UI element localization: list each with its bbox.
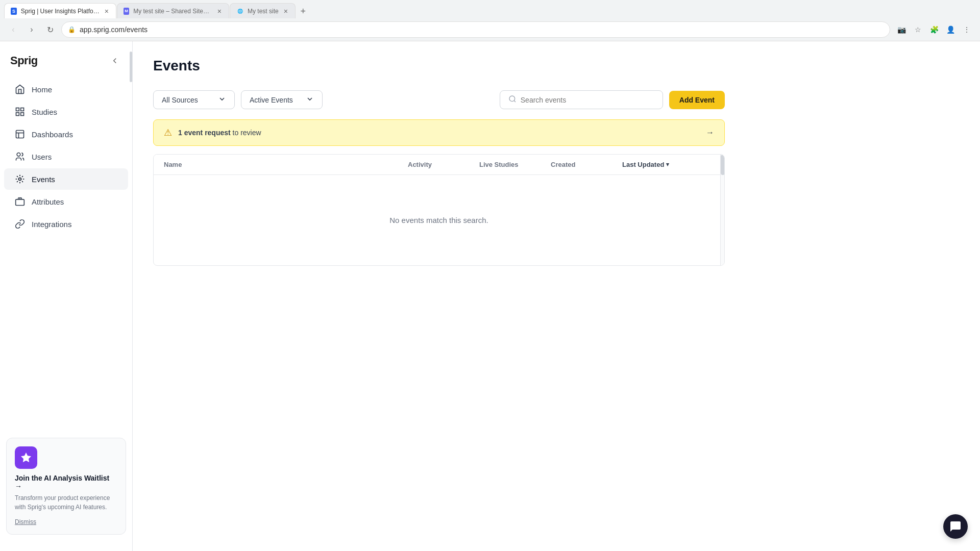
column-activity-label: Activity bbox=[408, 161, 432, 168]
ai-card-title[interactable]: Join the AI Analysis Waitlist → bbox=[15, 474, 117, 490]
address-text: app.sprig.com/events bbox=[80, 26, 148, 34]
tab3-close[interactable]: × bbox=[283, 6, 289, 16]
menu-icon[interactable]: ⋮ bbox=[960, 22, 974, 37]
alert-suffix: to review bbox=[233, 129, 261, 137]
search-box[interactable] bbox=[500, 90, 663, 109]
search-icon bbox=[508, 95, 517, 105]
status-filter-label: Active Events bbox=[250, 96, 293, 104]
events-label: Events bbox=[32, 175, 55, 184]
sidebar-collapse-button[interactable] bbox=[108, 54, 122, 68]
toolbar-actions: 📷 ☆ 🧩 👤 ⋮ bbox=[894, 22, 974, 37]
column-name: Name bbox=[164, 161, 408, 168]
dismiss-button[interactable]: Dismiss bbox=[15, 518, 36, 525]
integrations-icon bbox=[14, 218, 26, 230]
svg-rect-1 bbox=[21, 108, 24, 111]
tab2-favicon: M bbox=[124, 8, 129, 15]
back-button[interactable]: ‹ bbox=[6, 22, 20, 37]
extensions-icon[interactable]: 🧩 bbox=[927, 22, 941, 37]
tab1-close[interactable]: × bbox=[104, 6, 110, 16]
tab2-close[interactable]: × bbox=[216, 6, 223, 16]
svg-line-11 bbox=[514, 101, 516, 102]
source-filter-chevron bbox=[218, 95, 226, 105]
logo: Sprig bbox=[10, 54, 38, 67]
column-created: Created bbox=[551, 161, 622, 168]
page-title: Events bbox=[153, 58, 725, 74]
browser-tab-3[interactable]: 🌐 My test site × bbox=[230, 3, 296, 18]
filters-row: All Sources Active Events bbox=[153, 90, 725, 109]
alert-arrow-icon[interactable]: → bbox=[706, 128, 714, 137]
svg-point-8 bbox=[19, 178, 21, 181]
new-tab-button[interactable]: + bbox=[296, 4, 310, 18]
svg-point-10 bbox=[509, 96, 515, 102]
main-content: Events All Sources Active Events bbox=[133, 41, 980, 551]
status-filter-dropdown[interactable]: Active Events bbox=[241, 90, 323, 109]
column-last-updated-label: Last Updated bbox=[622, 161, 664, 168]
sidebar-item-users[interactable]: Users bbox=[4, 146, 128, 167]
bookmark-icon[interactable]: ☆ bbox=[911, 22, 925, 37]
tab1-favicon: S bbox=[11, 8, 17, 15]
dashboards-label: Dashboards bbox=[32, 130, 73, 139]
ai-card-icon bbox=[15, 446, 37, 469]
tab3-title: My test site bbox=[248, 8, 279, 15]
events-table: Name Activity Live Studies Created Last … bbox=[153, 154, 725, 266]
sidebar: Sprig Home bbox=[0, 41, 133, 551]
sidebar-item-attributes[interactable]: Attributes bbox=[4, 191, 128, 212]
search-input[interactable] bbox=[521, 96, 654, 104]
sidebar-item-dashboards[interactable]: Dashboards bbox=[4, 123, 128, 145]
forward-button[interactable]: › bbox=[24, 22, 39, 37]
integrations-label: Integrations bbox=[32, 220, 71, 229]
source-filter-dropdown[interactable]: All Sources bbox=[153, 90, 235, 109]
sidebar-logo-area: Sprig bbox=[0, 49, 132, 78]
column-activity: Activity bbox=[408, 161, 479, 168]
status-filter-chevron bbox=[306, 95, 314, 105]
table-empty-state: No events match this search. bbox=[154, 175, 724, 265]
alert-text: 1 event request to review bbox=[178, 129, 700, 137]
table-header: Name Activity Live Studies Created Last … bbox=[154, 155, 724, 175]
reload-button[interactable]: ↻ bbox=[43, 22, 57, 37]
column-live-studies-label: Live Studies bbox=[479, 161, 519, 168]
ai-card-description: Transform your product experience with S… bbox=[15, 493, 117, 512]
browser-chrome: S Sprig | User Insights Platform for... … bbox=[0, 0, 980, 41]
svg-rect-9 bbox=[16, 199, 24, 206]
sidebar-item-studies[interactable]: Studies bbox=[4, 101, 128, 122]
sidebar-item-integrations[interactable]: Integrations bbox=[4, 213, 128, 235]
lock-icon: 🔒 bbox=[68, 26, 76, 33]
home-label: Home bbox=[32, 85, 52, 94]
tab3-favicon: 🌐 bbox=[236, 8, 243, 15]
events-icon bbox=[14, 173, 26, 185]
profile-icon[interactable]: 👤 bbox=[943, 22, 958, 37]
svg-rect-2 bbox=[21, 113, 24, 116]
table-scrollbar[interactable] bbox=[720, 155, 724, 265]
app-container: Sprig Home bbox=[0, 41, 980, 551]
studies-label: Studies bbox=[32, 108, 57, 116]
tab2-title: My test site – Shared Sites – Dash... bbox=[133, 8, 212, 15]
sort-desc-icon: ▾ bbox=[666, 161, 669, 168]
column-created-label: Created bbox=[551, 161, 575, 168]
sidebar-item-events[interactable]: Events bbox=[4, 168, 128, 190]
home-icon bbox=[14, 84, 26, 95]
table-scroll-thumb[interactable] bbox=[721, 155, 725, 175]
chat-bubble-button[interactable] bbox=[943, 514, 968, 539]
browser-tab-1[interactable]: S Sprig | User Insights Platform for... … bbox=[4, 3, 116, 18]
sidebar-item-home[interactable]: Home bbox=[4, 79, 128, 100]
alert-banner[interactable]: ⚠ 1 event request to review → bbox=[153, 119, 725, 146]
studies-icon bbox=[14, 106, 26, 117]
users-label: Users bbox=[32, 153, 52, 161]
tab1-title: Sprig | User Insights Platform for... bbox=[21, 8, 100, 15]
ai-analysis-card: Join the AI Analysis Waitlist → Transfor… bbox=[6, 438, 126, 535]
svg-rect-3 bbox=[16, 113, 19, 116]
dashboards-icon bbox=[14, 129, 26, 140]
column-live-studies: Live Studies bbox=[479, 161, 551, 168]
browser-tabs: S Sprig | User Insights Platform for... … bbox=[0, 0, 980, 18]
svg-point-7 bbox=[17, 153, 20, 157]
column-name-label: Name bbox=[164, 161, 182, 168]
add-event-button[interactable]: Add Event bbox=[669, 91, 725, 109]
camera-icon[interactable]: 📷 bbox=[894, 22, 909, 37]
alert-prefix: 1 event request bbox=[178, 129, 231, 137]
column-last-updated[interactable]: Last Updated ▾ bbox=[622, 161, 714, 168]
browser-tab-2[interactable]: M My test site – Shared Sites – Dash... … bbox=[117, 3, 229, 18]
address-bar[interactable]: 🔒 app.sprig.com/events bbox=[61, 21, 890, 38]
attributes-label: Attributes bbox=[32, 197, 64, 206]
users-icon bbox=[14, 151, 26, 162]
source-filter-label: All Sources bbox=[162, 96, 198, 104]
